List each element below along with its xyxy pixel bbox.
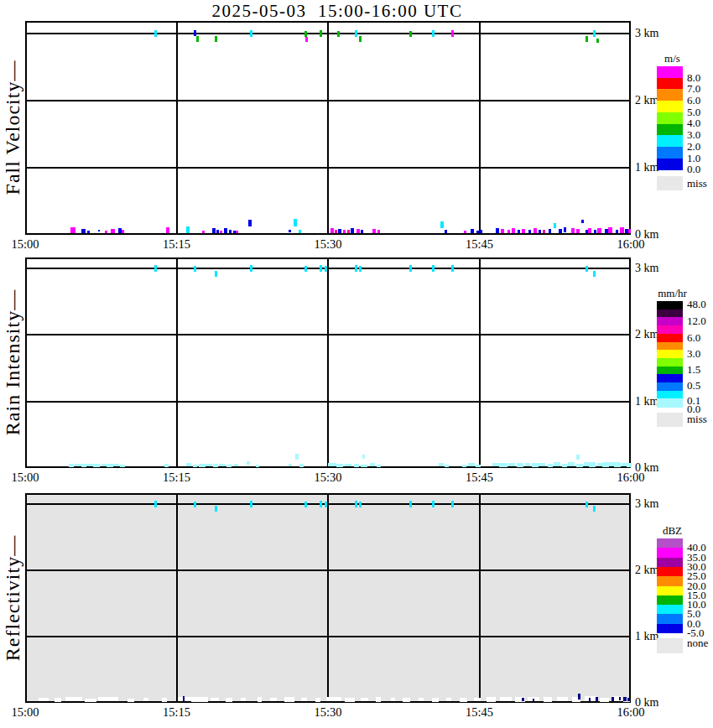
colorbar-segment [657, 382, 683, 391]
data-point [315, 698, 320, 702]
data-point [338, 229, 341, 233]
colorbar-label: none [687, 637, 708, 650]
data-point [211, 698, 219, 701]
gridline-vertical [327, 257, 329, 468]
data-point [464, 231, 466, 233]
data-point [409, 31, 412, 37]
data-point [112, 464, 119, 466]
x-tick-label: 15:15 [163, 237, 190, 252]
data-point [440, 221, 444, 228]
data-point [162, 698, 167, 702]
data-point [533, 699, 534, 701]
gridline-vertical [327, 493, 329, 703]
gridline-vertical [479, 21, 481, 235]
colorbar-title: dBZ [663, 524, 682, 538]
data-point [250, 265, 252, 272]
data-point [576, 464, 583, 467]
ylabel-reflectivity: Reflectivity— [2, 535, 24, 661]
data-point [213, 464, 218, 467]
data-point [593, 506, 596, 512]
y-tick-label: 3 km [635, 262, 658, 275]
data-point [229, 230, 232, 233]
x-tick-label: 15:30 [314, 471, 341, 485]
data-point [212, 228, 216, 233]
data-point [299, 464, 304, 467]
data-point [122, 230, 124, 233]
colorbar-label: 3.0 [687, 347, 700, 361]
data-point [75, 464, 81, 466]
data-point [216, 230, 219, 233]
colorbar-title: m/s [664, 52, 680, 65]
gridline-horizontal [25, 636, 631, 637]
data-point [539, 230, 541, 233]
colorbar-segment [657, 112, 683, 124]
colorbar-segment [657, 576, 683, 586]
data-point [355, 30, 357, 37]
data-point [98, 697, 118, 701]
data-point [372, 229, 376, 233]
gridline-horizontal [25, 401, 631, 403]
data-point [143, 698, 148, 701]
data-point [544, 697, 552, 702]
data-point [620, 227, 624, 233]
data-point [487, 697, 496, 702]
data-point [451, 30, 454, 37]
data-point [215, 36, 217, 42]
data-point [596, 39, 599, 43]
data-point [236, 231, 238, 233]
data-point [539, 463, 545, 466]
colorbar-segment [657, 124, 683, 136]
data-point [554, 223, 556, 228]
data-point [194, 266, 196, 272]
data-point [154, 501, 157, 507]
data-point [55, 698, 61, 702]
data-point [166, 227, 169, 233]
data-point [194, 502, 196, 507]
data-point [215, 506, 217, 512]
colorbar-segment [657, 309, 683, 318]
data-point [206, 464, 212, 466]
colorbar-segment [657, 605, 683, 615]
gridline-horizontal [25, 503, 631, 505]
y-tick-label: 3 km [635, 27, 658, 40]
colorbar-miss-box [657, 413, 683, 427]
x-tick-label: 16:00 [617, 237, 644, 252]
gridline-horizontal [25, 100, 631, 101]
colorbar-segment [657, 342, 683, 351]
data-point [571, 228, 575, 233]
colorbar-segment [657, 567, 683, 577]
x-tick-label: 15:45 [466, 237, 493, 252]
colorbar-segment [657, 374, 683, 382]
data-point [409, 501, 412, 507]
x-tick-label: 15:30 [314, 237, 341, 252]
data-point [568, 462, 575, 466]
data-point [164, 464, 169, 467]
data-point [468, 463, 475, 466]
data-point [559, 229, 562, 233]
data-point [548, 464, 553, 467]
data-point [295, 454, 299, 460]
data-point [623, 697, 627, 701]
data-point [557, 697, 568, 701]
data-point [105, 231, 107, 233]
data-point [585, 502, 588, 507]
data-point [585, 266, 588, 272]
data-point [533, 228, 537, 233]
data-point [39, 698, 49, 701]
data-point [525, 463, 530, 466]
data-point [284, 697, 294, 702]
data-point [111, 229, 115, 233]
mrr-quicklook-figure: 2025-05-03 15:00-16:00 UTC Fall Velocity… [0, 0, 713, 728]
data-point [359, 502, 362, 507]
data-point [256, 465, 259, 467]
data-point [183, 696, 185, 701]
data-point [220, 231, 222, 233]
data-point [325, 502, 327, 507]
data-point [194, 30, 196, 36]
gridline-horizontal [25, 167, 631, 169]
y-tick-label: 2 km [635, 328, 658, 341]
data-point [451, 265, 454, 272]
data-point [476, 465, 481, 467]
data-point [224, 228, 227, 233]
data-point [320, 265, 322, 272]
